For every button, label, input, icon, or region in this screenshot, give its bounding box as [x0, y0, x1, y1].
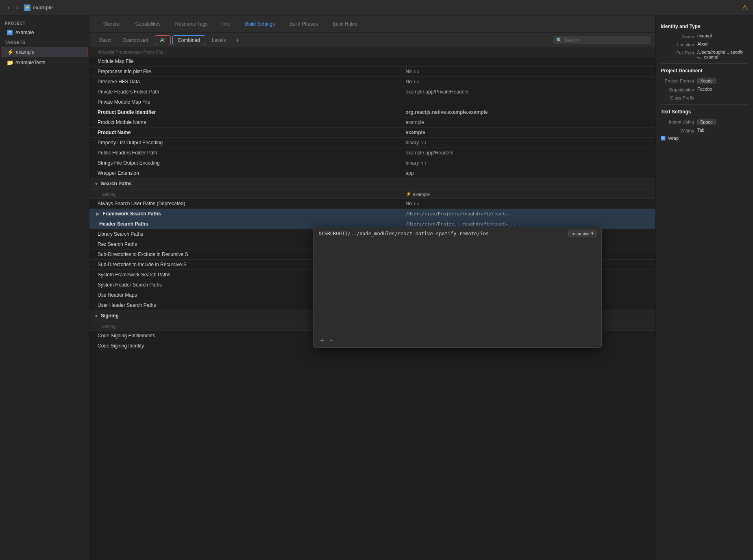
panel-widths-label: Widths: [661, 128, 697, 133]
sidebar-item-target-example[interactable]: ⚡ example: [2, 47, 87, 57]
project-section-label: PROJECT: [0, 19, 89, 27]
table-row[interactable]: Product Bundle Identifier org.reactjs.na…: [89, 107, 655, 117]
identity-type-title: Identity and Type: [661, 24, 748, 29]
tab-build-phases[interactable]: Build Phases: [282, 18, 325, 30]
tab-bar: General Capabilities Resource Tags Info …: [89, 15, 655, 33]
tab-resource-tags[interactable]: Resource Tags: [168, 18, 215, 30]
panel-indent-row: Indent Using Space: [661, 119, 748, 125]
table-row[interactable]: Product Module Name example: [89, 117, 655, 128]
target-icon: ⚡: [7, 49, 13, 55]
table-row[interactable]: Preprocess Info.plist File No ⬆⬇: [89, 67, 655, 77]
framework-search-popup: recursive ▾ + −: [313, 227, 602, 348]
value-module-name: example: [401, 117, 655, 128]
value-bundle-id: org.reactjs.native.example.example: [401, 107, 655, 117]
popup-path-row: recursive ▾: [313, 227, 601, 240]
search-paths-header: ▼ Search Paths: [89, 178, 655, 189]
forward-button[interactable]: ›: [13, 3, 20, 12]
table-row[interactable]: Private Module Map File: [89, 97, 655, 107]
panel-tab-label: Tab: [697, 128, 705, 132]
table-row[interactable]: Wrapper Extension app: [89, 168, 655, 178]
tab-capabilities[interactable]: Capabilities: [128, 18, 168, 30]
search-input[interactable]: [564, 37, 647, 43]
setting-module-map: Module Map File: [89, 56, 401, 67]
panel-name-row: Name exampl: [661, 33, 748, 39]
signing-label: Signing: [101, 313, 119, 319]
table-row[interactable]: Private Headers Folder Path example.app/…: [89, 87, 655, 97]
project-doc-title: Project Document: [661, 68, 748, 74]
packaging-value-empty: [401, 48, 655, 56]
add-setting-button[interactable]: +: [232, 35, 242, 46]
popup-add-button[interactable]: +: [318, 336, 326, 345]
search-icon: 🔍: [556, 37, 562, 43]
right-panel: Identity and Type Name exampl Location A…: [655, 15, 753, 560]
panel-format-tag[interactable]: Xcode: [697, 78, 716, 84]
sidebar-item-tests[interactable]: 📁 exampleTests: [2, 58, 87, 67]
value-product-name: example: [401, 128, 655, 138]
value-always-search: No ⬆⬇: [401, 199, 655, 209]
setting-bundle-id: Product Bundle Identifier: [89, 107, 401, 117]
text-settings-title: Text Settings: [661, 109, 748, 115]
tab-info[interactable]: Info: [215, 18, 238, 30]
setting-public-headers: Public Headers Folder Path: [89, 148, 401, 158]
panel-divider-1: [661, 63, 748, 64]
table-row-framework-search[interactable]: ▶ Framework Search Paths /Users/cjam/Pro…: [89, 209, 655, 219]
setting-strings-encoding: Strings File Output Encoding: [89, 158, 401, 168]
table-row[interactable]: Strings File Output Encoding binary ⬆⬇: [89, 158, 655, 168]
warning-icon: ⚠: [742, 3, 748, 12]
panel-org-value: Facebo: [697, 87, 748, 91]
titlebar-name: example: [33, 4, 53, 11]
panel-prefix-label: Class Prefix: [661, 95, 697, 100]
table-row[interactable]: Public Headers Folder Path example.app/H…: [89, 148, 655, 158]
table-row[interactable]: Always Search User Paths (Deprecated) No…: [89, 199, 655, 209]
wrap-checkbox[interactable]: [661, 136, 666, 141]
search-paths-col-header: Setting ⚡ example: [89, 190, 655, 199]
panel-wrap-row[interactable]: Wrap: [661, 136, 748, 141]
col-example-label: ⚡ example: [401, 190, 655, 199]
tests-folder-icon: 📁: [7, 59, 13, 66]
tab-build-rules[interactable]: Build Rules: [325, 18, 365, 30]
value-public-headers: example.app/Headers: [401, 148, 655, 158]
popup-path-input[interactable]: [318, 231, 565, 237]
table-row[interactable]: Product Name example: [89, 128, 655, 138]
tab-general[interactable]: General: [96, 18, 128, 30]
panel-wrap-label: Wrap: [668, 136, 748, 141]
table-row[interactable]: Property List Output Encoding binary ⬆⬇: [89, 138, 655, 148]
panel-fullpath-value: /Users/roughd... spotify-... exampl: [697, 50, 748, 59]
project-name: example: [15, 30, 34, 35]
panel-org-label: Organization: [661, 87, 697, 92]
sidebar-item-project[interactable]: P example: [2, 28, 87, 37]
search-box[interactable]: 🔍: [553, 36, 651, 44]
panel-indent-tag[interactable]: Space: [697, 119, 716, 125]
table-row[interactable]: Preserve HFS Data No ⬆⬇: [89, 77, 655, 87]
value-preprocess-plist: No ⬆⬇: [401, 67, 655, 77]
search-paths-label: Search Paths: [101, 181, 132, 187]
titlebar-right: ⚠: [742, 3, 748, 12]
basic-button[interactable]: Basic: [94, 36, 116, 45]
setting-plist-encoding: Property List Output Encoding: [89, 138, 401, 148]
value-strings-encoding: binary ⬆⬇: [401, 158, 655, 168]
sidebar: PROJECT P example TARGETS ⚡ example 📁 ex…: [0, 15, 89, 560]
setting-always-search: Always Search User Paths (Deprecated): [89, 199, 401, 209]
table-row[interactable]: Module Map File: [89, 56, 655, 67]
chevron-down-icon: ▼: [94, 182, 98, 186]
popup-footer: + −: [313, 334, 601, 347]
back-button[interactable]: ‹: [5, 3, 12, 12]
combined-button[interactable]: Combined: [172, 35, 205, 45]
titlebar: ‹ › ⚡ example ⚠: [0, 0, 753, 15]
levels-button[interactable]: Levels: [207, 36, 231, 45]
panel-widths-row: Widths Tab: [661, 128, 748, 133]
panel-format-row: Project Format Xcode: [661, 78, 748, 84]
value-private-module: [401, 97, 655, 107]
customized-button[interactable]: Customized: [118, 36, 153, 45]
packaging-header-row: Info.plist Preprocessor Prefix File: [89, 48, 655, 56]
popup-remove-button[interactable]: −: [328, 336, 335, 345]
panel-indent-label: Indent Using: [661, 119, 697, 124]
signing-chevron-down-icon: ▼: [94, 314, 98, 318]
value-module-map: [401, 56, 655, 67]
tab-build-settings[interactable]: Build Settings: [238, 18, 282, 30]
panel-name-label: Name: [661, 33, 697, 39]
popup-recursive-dropdown[interactable]: recursive ▾: [568, 230, 596, 237]
setting-private-headers: Private Headers Folder Path: [89, 87, 401, 97]
all-button[interactable]: All: [155, 35, 171, 45]
setting-preprocess-plist: Preprocess Info.plist File: [89, 67, 401, 77]
